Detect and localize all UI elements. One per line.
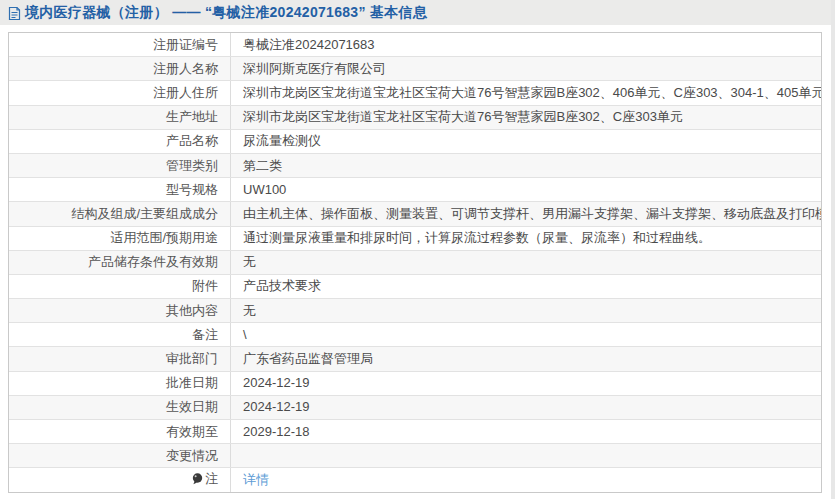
- row-label: 其他内容: [9, 299, 231, 323]
- row-value: 深圳阿斯克医疗有限公司: [231, 57, 822, 81]
- row-label: 适用范围/预期用途: [9, 226, 231, 250]
- table-row: 备注 \: [9, 323, 821, 347]
- registration-info-table: 注册证编号 粤械注准20242071683 注册人名称 深圳阿斯克医疗有限公司 …: [8, 32, 822, 493]
- row-label: 审批部门: [9, 347, 231, 371]
- row-label: 备注: [9, 323, 231, 347]
- row-value: 尿流量检测仪: [231, 129, 822, 153]
- table-row: 适用范围/预期用途 通过测量尿液重量和排尿时间，计算尿流过程参数（尿量、尿流率）…: [9, 226, 821, 250]
- table-row: 型号规格 UW100: [9, 178, 821, 202]
- row-label: 附件: [9, 274, 231, 298]
- row-label: 结构及组成/主要组成成分: [9, 202, 231, 226]
- row-value: 2024-12-19: [231, 371, 822, 395]
- row-label: 变更情况: [9, 444, 231, 468]
- row-value: 2024-12-19: [231, 395, 822, 419]
- table-row: 其他内容 无: [9, 299, 821, 323]
- row-label: 生效日期: [9, 395, 231, 419]
- document-icon: [8, 6, 21, 21]
- table-row: 生效日期 2024-12-19: [9, 395, 821, 419]
- row-label: 注册人住所: [9, 81, 231, 105]
- note-label-text: 注: [205, 471, 218, 487]
- row-label: 有效期至: [9, 420, 231, 444]
- row-value: 深圳市龙岗区宝龙街道宝龙社区宝荷大道76号智慧家园B座302、406单元、C座3…: [231, 81, 822, 105]
- row-label: 注: [9, 468, 231, 492]
- row-label: 注册人名称: [9, 57, 231, 81]
- comment-icon: [192, 473, 203, 485]
- table-row: 生产地址 深圳市龙岗区宝龙街道宝龙社区宝荷大道76号智慧家园B座302、C座30…: [9, 105, 821, 129]
- row-value: 由主机主体、操作面板、测量装置、可调节支撑杆、男用漏斗支撑架、漏斗支撑架、移动底…: [231, 202, 822, 226]
- row-label: 生产地址: [9, 105, 231, 129]
- table-row: 变更情况: [9, 444, 821, 468]
- page-header: 境内医疗器械（注册） —— “粤械注准20242071683” 基本信息: [0, 0, 835, 25]
- row-value: 深圳市龙岗区宝龙街道宝龙社区宝荷大道76号智慧家园B座302、C座303单元: [231, 105, 822, 129]
- row-label: 产品储存条件及有效期: [9, 250, 231, 274]
- row-label: 产品名称: [9, 129, 231, 153]
- table-row: 注册人住所 深圳市龙岗区宝龙街道宝龙社区宝荷大道76号智慧家园B座302、406…: [9, 81, 821, 105]
- row-value: 粤械注准20242071683: [231, 33, 822, 57]
- row-value: 广东省药品监督管理局: [231, 347, 822, 371]
- table-row: 产品名称 尿流量检测仪: [9, 129, 821, 153]
- row-value: 通过测量尿液重量和排尿时间，计算尿流过程参数（尿量、尿流率）和过程曲线。: [231, 226, 822, 250]
- table-row: 审批部门 广东省药品监督管理局: [9, 347, 821, 371]
- row-label: 管理类别: [9, 153, 231, 177]
- row-value: 产品技术要求: [231, 274, 822, 298]
- table-row: 附件 产品技术要求: [9, 274, 821, 298]
- table-row: 有效期至 2029-12-18: [9, 420, 821, 444]
- row-value: 无: [231, 250, 822, 274]
- scrollbar-track[interactable]: [831, 0, 835, 499]
- row-value: 第二类: [231, 153, 822, 177]
- table-row: 产品储存条件及有效期 无: [9, 250, 821, 274]
- row-value: 无: [231, 299, 822, 323]
- row-label: 型号规格: [9, 178, 231, 202]
- page: 境内医疗器械（注册） —— “粤械注准20242071683” 基本信息 注册证…: [0, 0, 835, 499]
- row-value: [231, 444, 822, 468]
- table-row: 注 详情: [9, 468, 821, 492]
- note-detail-link[interactable]: 详情: [243, 472, 269, 487]
- page-title: 境内医疗器械（注册） —— “粤械注准20242071683” 基本信息: [8, 4, 427, 22]
- table-row: 管理类别 第二类: [9, 153, 821, 177]
- table-row: 批准日期 2024-12-19: [9, 371, 821, 395]
- table-row: 注册证编号 粤械注准20242071683: [9, 33, 821, 57]
- table-row: 注册人名称 深圳阿斯克医疗有限公司: [9, 57, 821, 81]
- row-value: 2029-12-18: [231, 420, 822, 444]
- row-label: 批准日期: [9, 371, 231, 395]
- table-row: 结构及组成/主要组成成分 由主机主体、操作面板、测量装置、可调节支撑杆、男用漏斗…: [9, 202, 821, 226]
- row-value: UW100: [231, 178, 822, 202]
- row-value: 详情: [231, 468, 822, 492]
- row-label: 注册证编号: [9, 33, 231, 57]
- row-value: \: [231, 323, 822, 347]
- page-title-text: 境内医疗器械（注册） —— “粤械注准20242071683” 基本信息: [25, 4, 427, 22]
